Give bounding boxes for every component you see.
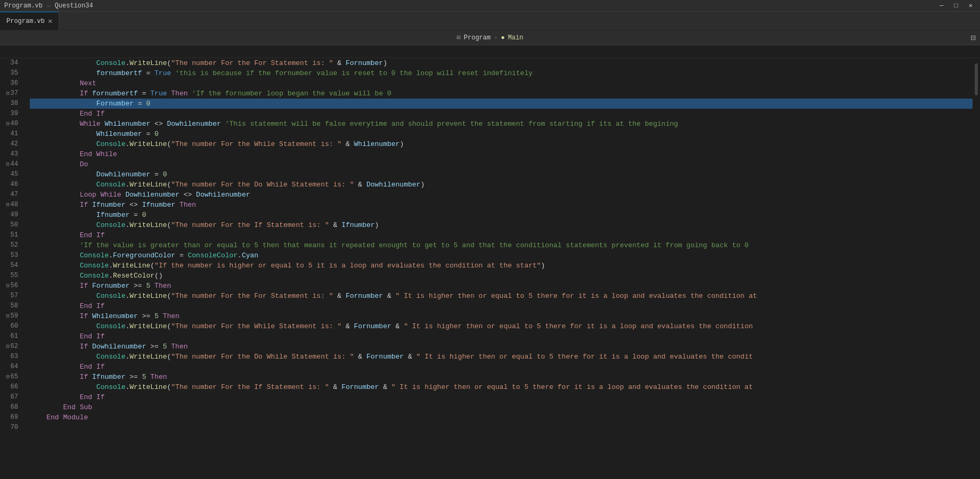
window-minimize[interactable]: ─ (936, 2, 946, 10)
line-number-34: 34 (0, 58, 21, 68)
info-bar-icon: ⊟ (457, 34, 461, 42)
code-line-36: Next (30, 78, 973, 88)
line-number-63: 63 (0, 352, 21, 362)
line-number-66: 66 (0, 382, 21, 392)
scrollbar-vertical[interactable] (973, 58, 980, 479)
line-number-37: ⊟37 (0, 88, 21, 99)
line-number-58: 58 (0, 301, 21, 311)
code-line-45: Dowhilenumber = 0 (30, 169, 973, 180)
scrollbar-thumb[interactable] (975, 63, 978, 95)
code-line-59: If Whilenumber >= 5 Then (30, 311, 973, 321)
program-label[interactable]: Program (464, 34, 491, 42)
breadcrumb-sep: › (494, 34, 497, 42)
line-number-54: 54 (0, 261, 21, 271)
title-bar: Program.vb — Question34 ─ □ ✕ (0, 0, 980, 12)
collapse-icon[interactable]: ⊟ (970, 33, 976, 43)
line-number-67: 67 (0, 392, 21, 402)
line-number-45: 45 (0, 169, 21, 180)
line-numbers: 343536⊟373839⊟40414243⊟44454647⊟48495051… (0, 58, 28, 479)
code-line-61: End If (30, 331, 973, 342)
line-number-57: 57 (0, 291, 21, 301)
code-line-46: Console.WriteLine("The number For the Do… (30, 180, 973, 190)
line-number-48: ⊟48 (0, 200, 21, 210)
line-number-38: 38 (0, 99, 21, 109)
info-bar-main-icon: ● (501, 34, 504, 42)
code-line-43: End While (30, 149, 973, 159)
breadcrumb-text (4, 48, 8, 55)
code-line-62: If Dowhilenumber >= 5 Then (30, 342, 973, 352)
line-number-51: 51 (0, 230, 21, 240)
code-line-68: End Sub (30, 402, 973, 412)
expand-icon-48[interactable]: ⊟ (6, 200, 10, 210)
expand-icon-65[interactable]: ⊟ (6, 372, 10, 382)
line-number-46: 46 (0, 180, 21, 190)
code-line-38: Fornumber = 0 (30, 99, 973, 109)
line-number-35: 35 (0, 68, 21, 78)
line-number-70: 70 (0, 423, 21, 433)
info-bar-center: ⊟ Program › ● Main (457, 34, 524, 42)
code-line-42: Console.WriteLine("The number For the Wh… (30, 139, 973, 149)
code-line-39: End If (30, 109, 973, 119)
line-number-43: 43 (0, 149, 21, 159)
line-number-62: ⊟62 (0, 342, 21, 352)
code-line-57: Console.WriteLine("The number For the Fo… (30, 291, 973, 301)
line-number-59: ⊟59 (0, 311, 21, 321)
line-number-69: 69 (0, 412, 21, 423)
code-line-55: Console.ResetColor() (30, 271, 973, 281)
code-line-69: End Module (30, 412, 973, 423)
expand-icon-37[interactable]: ⊟ (6, 88, 10, 99)
tab-close-icon[interactable]: ✕ (48, 18, 52, 25)
line-number-47: 47 (0, 190, 21, 200)
editor-container: 343536⊟373839⊟40414243⊟44454647⊟48495051… (0, 58, 980, 479)
code-line-37: If fornumbertf = True Then 'If the fornu… (30, 88, 973, 99)
title-bar-project: Question34 (55, 2, 93, 10)
code-line-48: If Ifnumber <> Ifnumber Then (30, 200, 973, 210)
code-line-47: Loop While Dowhilenumber <> Dowhilenumbe… (30, 190, 973, 200)
line-number-53: 53 (0, 250, 21, 261)
line-number-64: 64 (0, 362, 21, 372)
line-number-36: 36 (0, 78, 21, 88)
code-line-70 (30, 423, 973, 433)
code-line-63: Console.WriteLine("The number For the Do… (30, 352, 973, 362)
line-number-68: 68 (0, 402, 21, 412)
line-number-60: 60 (0, 321, 21, 331)
code-line-44: Do (30, 159, 973, 169)
window-close[interactable]: ✕ (966, 2, 976, 10)
tab-bar: Program.vb ✕ (0, 12, 980, 30)
line-number-61: 61 (0, 331, 21, 342)
expand-icon-44[interactable]: ⊟ (6, 159, 10, 169)
code-line-51: End If (30, 230, 973, 240)
code-line-54: Console.WriteLine("If the number is high… (30, 261, 973, 271)
line-number-40: ⊟40 (0, 119, 21, 129)
expand-icon-56[interactable]: ⊟ (6, 281, 10, 291)
line-number-49: 49 (0, 210, 21, 220)
code-line-34: Console.WriteLine("The number For the Fo… (30, 58, 973, 68)
title-bar-file: Program.vb (4, 2, 43, 10)
code-line-41: Whilenumber = 0 (30, 129, 973, 139)
expand-icon-62[interactable]: ⊟ (6, 342, 10, 352)
code-line-65: If Ifnumber >= 5 Then (30, 372, 973, 382)
code-line-52: 'If the value is greater than or equal t… (30, 240, 973, 250)
line-number-39: 39 (0, 109, 21, 119)
code-line-67: End If (30, 392, 973, 402)
line-number-65: ⊟65 (0, 372, 21, 382)
expand-icon-59[interactable]: ⊟ (6, 311, 10, 321)
line-number-44: ⊟44 (0, 159, 21, 169)
line-number-56: ⊟56 (0, 281, 21, 291)
line-number-55: 55 (0, 271, 21, 281)
code-area[interactable]: Console.WriteLine("The number For the Fo… (28, 58, 973, 479)
code-line-64: End If (30, 362, 973, 372)
code-line-56: If Fornumber >= 5 Then (30, 281, 973, 291)
code-line-66: Console.WriteLine("The number For the If… (30, 382, 973, 392)
breadcrumb-bar (0, 45, 980, 58)
line-number-41: 41 (0, 129, 21, 139)
info-bar-right: ⊟ (970, 33, 976, 43)
line-number-52: 52 (0, 240, 21, 250)
code-line-40: While Whilenumber <> Dowhilenumber 'This… (30, 119, 973, 129)
main-label[interactable]: Main (508, 34, 524, 42)
window-maximize[interactable]: □ (951, 2, 961, 10)
expand-icon-40[interactable]: ⊟ (6, 119, 10, 129)
tab-program-vb[interactable]: Program.vb ✕ (0, 12, 59, 30)
code-line-53: Console.ForegroundColor = ConsoleColor.C… (30, 250, 973, 261)
code-line-60: Console.WriteLine("The number For the Wh… (30, 321, 973, 331)
